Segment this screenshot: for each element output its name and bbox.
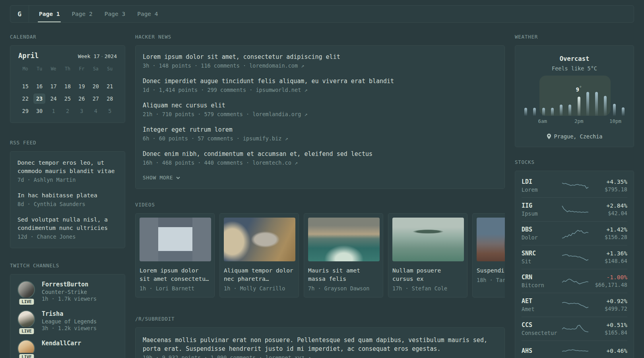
calendar-section: CALENDAR April Week 17·2024 MoTuWeThFrSa… (10, 34, 125, 123)
rss-item: Donec tempor eros leo, ut commodo mauris… (17, 159, 118, 183)
video-meta: 7h · Grayson Dawson (308, 285, 379, 292)
page-tab[interactable]: Page 2 (70, 6, 93, 22)
rss-item-title[interactable]: Sed volutpat nulla nisl, a condimentum n… (17, 216, 118, 232)
calendar-day: 24 (48, 93, 60, 104)
hacker-news-show-more-button[interactable]: SHOW MORE (143, 175, 497, 181)
calendar-widget: April Week 17·2024 MoTuWeThFrSaSu 151617… (10, 45, 125, 123)
rss-item: Sed volutpat nulla nisl, a condimentum n… (17, 216, 118, 240)
stock-row[interactable]: CRN Bitcorn -1.00% $66,171.48 (522, 269, 627, 293)
calendar-weekday: Sa (89, 66, 103, 75)
calendar-day: 28 (104, 93, 116, 104)
reddit-post-meta-text[interactable]: 19h · 9,932 points · 1,090 comments · lo… (143, 354, 304, 358)
calendar-weekday-row: MoTuWeThFrSaSu (18, 66, 117, 75)
rss-item-meta: 7d · Ashlyn Martin (17, 177, 118, 183)
calendar-day: 22 (19, 93, 31, 104)
twitch-channel-info: ForrestBurton Counter-Strike 1h · 1.7k v… (42, 281, 97, 302)
stock-row[interactable]: IIG Ipsum +2.84% $42.04 (522, 197, 627, 221)
twitch-channel-row[interactable]: LIVE ForrestBurton Counter-Strike 1h · 1… (17, 281, 118, 302)
calendar-day: 27 (90, 93, 102, 104)
stock-ticker[interactable]: CCS (522, 321, 560, 329)
page-tab[interactable]: Page 3 (103, 6, 126, 22)
weather-bar (551, 108, 554, 116)
video-meta: 1h · Molly Carrillo (224, 285, 295, 292)
twitch-channel-row[interactable]: LIVE KendallCarr (17, 340, 118, 357)
hacker-news-item-title[interactable]: Donec imperdiet augue tincidunt felis al… (143, 77, 497, 86)
stock-ticker[interactable]: CRN (522, 274, 560, 281)
calendar-day: 3 (76, 106, 87, 116)
twitch-channel-name[interactable]: KendallCarr (42, 340, 81, 347)
twitch-channel-name[interactable]: Trisha (42, 310, 97, 317)
twitch-channel-row[interactable]: LIVE Trisha League of Legends 3h · 1.2k … (17, 310, 118, 331)
stock-id: CRN Bitcorn (522, 274, 560, 288)
stock-row[interactable]: LDI Lorem +4.35% $795.18 (522, 174, 627, 197)
video-card[interactable]: Suspendisse diam 18h · Tara (472, 213, 505, 298)
stock-change-percent: +4.35% (591, 179, 627, 185)
calendar-weekday: Tu (32, 66, 46, 75)
stock-sparkline-wrap (560, 299, 591, 311)
stock-ticker[interactable]: LDI (522, 178, 560, 185)
page-tab[interactable]: Page 1 (38, 6, 61, 22)
stock-ticker[interactable]: SNRC (522, 250, 560, 257)
weather-bar (586, 92, 589, 116)
page-tab[interactable]: Page 4 (136, 6, 159, 22)
calendar-day: 17 (48, 81, 60, 91)
stock-row[interactable]: SNRC Sit +1.36% $148.64 (522, 245, 627, 269)
rss-section-label: RSS FEED (10, 140, 125, 146)
stock-price: $156.28 (591, 234, 627, 240)
page-tab-label: Page 2 (72, 11, 92, 17)
video-card[interactable]: Mauris sit amet massa felis 7h · Grayson… (304, 213, 383, 298)
calendar-weekday: Th (60, 66, 74, 75)
video-card[interactable]: Aliquam tempor dolor nec pharetra… 1h · … (219, 213, 299, 298)
stock-price: $42.04 (591, 210, 627, 216)
stock-ticker[interactable]: IIG (522, 202, 560, 209)
weather-condition: Overcast (522, 55, 627, 62)
stocks-section-label: STOCKS (515, 159, 634, 165)
stock-sparkline-wrap (560, 323, 591, 335)
video-card[interactable]: Lorem ipsum dolor sit amet consectetu… 1… (135, 213, 215, 298)
hacker-news-item-title[interactable]: Aliquam nec cursus elit (143, 101, 497, 110)
hacker-news-item-meta-text[interactable]: 3h · 148 points · 116 comments · loremdo… (143, 62, 298, 69)
hacker-news-item-title[interactable]: Donec enim nibh, condimentum et accumsan… (143, 150, 497, 158)
calendar-weekday: We (47, 66, 60, 75)
stock-ticker[interactable]: DBS (522, 226, 560, 233)
twitch-channel-name[interactable]: ForrestBurton (42, 281, 97, 288)
hacker-news-item-title[interactable]: Integer eget rutrum lorem (143, 126, 497, 134)
app-logo[interactable]: G (10, 6, 29, 22)
stock-row[interactable]: AET Amet +0.92% $499.72 (522, 293, 627, 317)
header: G Page 1 Page 2 Page 3 Page 4 (10, 5, 634, 23)
hacker-news-item-meta-text[interactable]: 21h · 710 points · 579 comments · loreml… (143, 111, 301, 117)
external-link-icon: ↗ (301, 62, 304, 69)
video-meta: 1h · Lori Barnett (140, 285, 210, 292)
stock-row[interactable]: CCS Consectetur +0.51% $165.84 (522, 317, 627, 340)
stock-id: AET Amet (522, 298, 560, 312)
stock-ticker[interactable]: AET (522, 298, 560, 305)
subreddit-section-label: /R/SUBREDDIT (135, 316, 505, 322)
hacker-news-item-meta-text[interactable]: 1d · 1,414 points · 299 comments · ipsum… (143, 87, 301, 93)
stock-values: +0.46% (591, 348, 627, 355)
stock-row[interactable]: DBS Dolor +1.42% $156.28 (522, 221, 627, 245)
stock-change-percent: -1.00% (591, 274, 627, 280)
stock-ticker[interactable]: AHS (522, 347, 560, 354)
reddit-post-title[interactable]: Maecenas mollis pulvinar erat non posuer… (143, 336, 497, 353)
rss-item-title[interactable]: In hac habitasse platea (17, 191, 118, 200)
stock-sparkline (561, 228, 589, 239)
stock-row[interactable]: AHS +0.46% (522, 340, 627, 358)
degree-symbol: ° (579, 85, 582, 90)
videos-section-label: VIDEOS (135, 202, 505, 208)
weather-time-label: 10pm (609, 118, 621, 124)
avatar (17, 281, 35, 298)
hacker-news-item-meta-text[interactable]: 6h · 60 points · 57 comments · ipsumify.… (143, 135, 282, 142)
stock-sparkline-wrap (560, 228, 591, 239)
calendar-day: 26 (76, 93, 87, 104)
twitch-channel-viewers: 1h · 1.7k viewers (42, 296, 97, 302)
stock-sparkline-wrap (560, 180, 591, 192)
weather-bar (613, 104, 616, 116)
stock-values: +4.35% $795.18 (591, 179, 627, 193)
video-thumbnail (224, 218, 295, 261)
hacker-news-item-title[interactable]: Lorem ipsum dolor sit amet, consectetur … (143, 53, 497, 61)
video-card[interactable]: Nullam posuere cursus ex 17h · Stefan Co… (388, 213, 467, 298)
hacker-news-item-meta-text[interactable]: 16h · 468 points · 440 comments · loremt… (143, 160, 291, 166)
calendar-header: April Week 17·2024 (18, 52, 117, 60)
subreddit-section: /R/SUBREDDIT Maecenas mollis pulvinar er… (135, 316, 505, 358)
rss-item-title[interactable]: Donec tempor eros leo, ut commodo mauris… (17, 159, 118, 175)
